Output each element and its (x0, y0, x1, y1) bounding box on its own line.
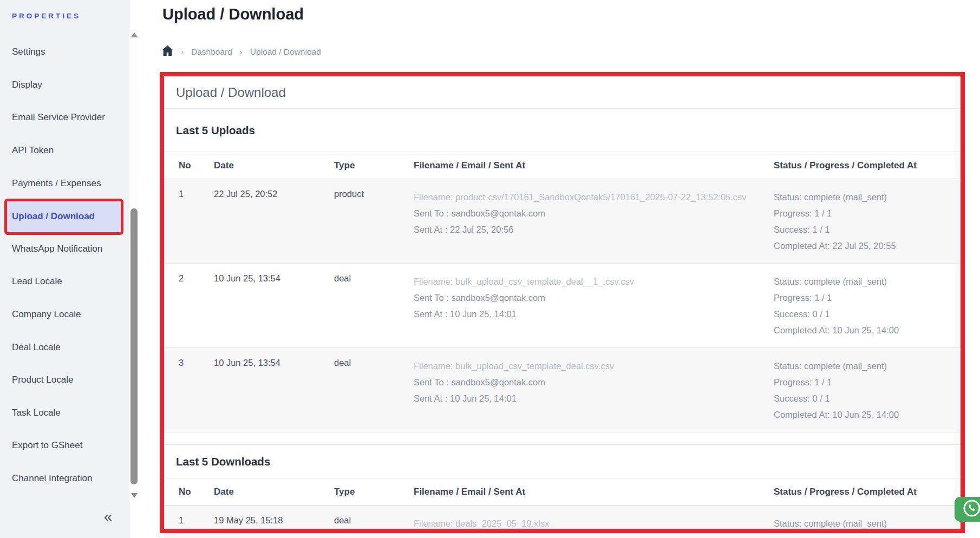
row-no-cell: 2 (164, 264, 214, 348)
row-status-cell: Status: complete (mail_sent) Progress: 1… (774, 348, 961, 432)
scrollbar-thumb[interactable] (130, 208, 138, 484)
breadcrumb-upload-download[interactable]: Upload / Download (250, 47, 321, 57)
sidebar-item-product-locale[interactable]: Product Locale (0, 364, 130, 397)
status-text: Status: complete (mail_sent) (774, 358, 961, 374)
filename-text: Filename: bulk_upload_csv_template_deal_… (414, 273, 774, 290)
last-5-uploads-heading: Last 5 Uploads (164, 109, 961, 152)
upload-download-card: Upload / Download Last 5 Uploads No Date… (164, 76, 961, 538)
row-status-cell: Status: complete (mail_sent) Progress: 1… (774, 264, 961, 348)
breadcrumb-separator-icon: › (181, 47, 184, 56)
progress-text: Progress: 1 / 1 (774, 205, 961, 221)
row-no-cell: 1 (164, 506, 214, 538)
scroll-up-arrow-icon[interactable] (131, 32, 138, 37)
sidebar-item-api-token[interactable]: API Token (0, 134, 130, 167)
sidebar-item-lead-locale[interactable]: Lead Locale (0, 265, 130, 298)
section-divider (164, 432, 961, 445)
sidebar-item-email-service-provider[interactable]: Email Service Provider (0, 101, 130, 134)
progress-text: Progress: 1 / 1 (774, 290, 961, 306)
filename-text: Filename: bulk_upload_csv_template_deal.… (414, 358, 774, 374)
row-type-cell: deal (334, 506, 414, 538)
breadcrumb: › Dashboard › Upload / Download (162, 45, 321, 58)
downloads-table: No Date Type Filename / Email / Sent At … (164, 478, 961, 538)
last-5-downloads-heading: Last 5 Downloads (164, 445, 961, 478)
col-type: Type (334, 152, 414, 179)
sidebar-scrollbar[interactable] (129, 29, 139, 502)
row-file-cell: Filename: deals_2025_05_19.xlsx (414, 506, 774, 538)
uploads-table: No Date Type Filename / Email / Sent At … (164, 152, 961, 432)
col-filename: Filename / Email / Sent At (414, 152, 774, 179)
sidebar-item-payments-expenses[interactable]: Payments / Expenses (0, 167, 130, 200)
sidebar-item-channel-integration[interactable]: Channel Integration (0, 462, 130, 495)
whatsapp-icon (962, 498, 980, 520)
completed-at-text: Completed At: 10 Jun 25, 14:00 (774, 322, 961, 338)
status-text: Status: complete (mail_sent) (774, 515, 961, 532)
sent-at-text: Sent At : 10 Jun 25, 14:01 (414, 306, 774, 322)
sidebar-item-company-locale[interactable]: Company Locale (0, 298, 130, 331)
upload-row: 2 10 Jun 25, 13:54 deal Filename: bulk_u… (164, 264, 961, 348)
sent-to-text: Sent To : sandbox5@qontak.com (414, 374, 774, 390)
col-status: Status / Progress / Completed At (774, 478, 961, 506)
col-date: Date (214, 478, 334, 506)
sidebar-nav: Settings Display Email Service Provider … (0, 36, 130, 495)
sidebar-collapse-button[interactable]: « (104, 509, 112, 526)
sidebar-item-display[interactable]: Display (0, 69, 130, 102)
col-no: No (164, 152, 214, 179)
sidebar-item-task-locale[interactable]: Task Locale (0, 397, 130, 430)
breadcrumb-dashboard[interactable]: Dashboard (191, 47, 232, 57)
success-text: Success: 0 / 1 (774, 306, 961, 322)
success-text: Success: 0 / 1 (774, 390, 961, 406)
sent-at-text: Sent At : 10 Jun 25, 14:01 (414, 390, 774, 406)
success-text: Success: 1 / 1 (774, 221, 961, 238)
upload-row: 1 22 Jul 25, 20:52 product Filename: pro… (164, 179, 961, 264)
status-text: Status: complete (mail_sent) (774, 273, 961, 290)
sidebar-item-whatsapp-notification[interactable]: WhatsApp Notification (0, 233, 130, 266)
progress-text: Progress: 1 / 1 (774, 374, 961, 390)
upload-row: 3 10 Jun 25, 13:54 deal Filename: bulk_u… (164, 348, 961, 432)
sidebar-item-deal-locale[interactable]: Deal Locale (0, 331, 130, 364)
row-no-cell: 1 (164, 179, 214, 264)
sent-at-text: Sent At : 22 Jul 25, 20:56 (414, 221, 774, 238)
sidebar-active-annotation-box: Upload / Download (4, 199, 123, 235)
uploads-header-row: No Date Type Filename / Email / Sent At … (164, 152, 961, 179)
col-date: Date (214, 152, 334, 179)
col-status: Status / Progress / Completed At (774, 152, 961, 179)
sent-to-text: Sent To : sandbox5@qontak.com (414, 205, 774, 221)
scroll-down-arrow-icon[interactable] (131, 493, 138, 498)
app-window: PROPERTIES Settings Display Email Servic… (0, 0, 980, 538)
row-file-cell: Filename: bulk_upload_csv_template_deal.… (414, 348, 774, 432)
download-row: 1 19 May 25, 15:18 deal Filename: deals_… (164, 506, 961, 538)
row-file-cell: Filename: product-csv/170161_SandboxQont… (414, 179, 774, 264)
row-date-cell: 10 Jun 25, 13:54 (214, 348, 334, 432)
col-type: Type (334, 478, 414, 506)
card-title: Upload / Download (164, 76, 961, 109)
row-type-cell: deal (334, 264, 414, 348)
row-date-cell: 10 Jun 25, 13:54 (214, 264, 334, 348)
breadcrumb-separator-icon: › (240, 47, 243, 56)
downloads-header-row: No Date Type Filename / Email / Sent At … (164, 478, 961, 506)
sidebar-item-settings[interactable]: Settings (0, 36, 130, 69)
row-date-cell: 19 May 25, 15:18 (214, 506, 334, 538)
row-type-cell: product (334, 179, 414, 264)
status-text: Status: complete (mail_sent) (774, 189, 961, 205)
col-filename: Filename / Email / Sent At (414, 478, 774, 506)
filename-text: Filename: deals_2025_05_19.xlsx (414, 515, 774, 532)
row-type-cell: deal (334, 348, 414, 432)
sidebar-item-upload-download[interactable]: Upload / Download (0, 200, 130, 233)
row-status-cell: Status: complete (mail_sent) Progress: 1… (774, 179, 961, 264)
row-status-cell: Status: complete (mail_sent) (774, 506, 961, 538)
row-no-cell: 3 (164, 348, 214, 432)
filename-text: Filename: product-csv/170161_SandboxQont… (414, 189, 774, 205)
whatsapp-widget-button[interactable] (955, 497, 980, 522)
sidebar-item-export-to-gsheet[interactable]: Export to GSheet (0, 429, 130, 462)
col-no: No (164, 478, 214, 506)
sidebar: PROPERTIES Settings Display Email Servic… (0, 0, 130, 538)
page-title: Upload / Download (162, 5, 304, 23)
row-file-cell: Filename: bulk_upload_csv_template_deal_… (414, 264, 774, 348)
row-date-cell: 22 Jul 25, 20:52 (214, 179, 334, 264)
home-icon[interactable] (162, 45, 173, 58)
completed-at-text: Completed At: 10 Jun 25, 14:00 (774, 406, 961, 423)
sidebar-section-label: PROPERTIES (12, 12, 81, 20)
completed-at-text: Completed At: 22 Jul 25, 20:55 (774, 238, 961, 254)
sent-to-text: Sent To : sandbox5@qontak.com (414, 290, 774, 306)
